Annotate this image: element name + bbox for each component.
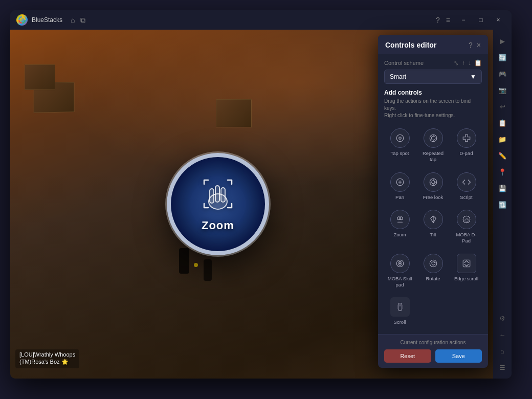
svg-point-23 (399, 262, 401, 264)
right-sidebar: ▶ 🔄 🎮 📷 ↩ 📋 📁 ✏️ 📍 💾 🔃 ⚙ ← ⌂ ☰ (493, 30, 512, 379)
svg-rect-2 (210, 189, 214, 203)
svg-rect-26 (398, 303, 402, 311)
app-logo (16, 14, 28, 26)
minimize-button[interactable]: − (456, 14, 471, 26)
window-controls: ? ≡ − □ × (436, 14, 505, 26)
scheme-icon-2[interactable]: ↑ (462, 59, 465, 66)
save-button[interactable]: Save (435, 349, 482, 363)
app-window: BlueStacks ⌂ ⧉ ? ≡ − □ × ▶ 🔄 🎮 📷 ↩ 📋 📁 ✏… (10, 10, 512, 379)
svg-point-8 (431, 136, 435, 140)
scheme-action-icons: ⤣ ↑ ↓ 📋 (454, 59, 482, 66)
add-controls-title: Add controls (384, 89, 482, 96)
control-scroll[interactable]: Scroll (384, 293, 415, 328)
sidebar-icon-3[interactable]: 🎮 (495, 66, 509, 81)
footer-buttons: Reset Save (384, 349, 482, 363)
edge-scroll-label: Edge scroll (454, 276, 478, 282)
sidebar-icon-1[interactable]: ▶ (495, 34, 509, 48)
menu-title-icon[interactable]: ≡ (446, 16, 450, 24)
add-controls-desc: Drag the actions on the screen to bind k… (384, 98, 482, 119)
svg-point-20 (463, 216, 470, 223)
game-box-2 (25, 64, 55, 90)
control-rotate[interactable]: Rotate (417, 250, 449, 292)
panel-title: Controls editor (385, 41, 436, 49)
game-box-3 (216, 99, 252, 127)
help-title-icon[interactable]: ? (436, 16, 440, 24)
control-script[interactable]: Script (451, 168, 482, 204)
sidebar-icon-9[interactable]: 📍 (495, 165, 509, 179)
sidebar-icon-10[interactable]: 💾 (495, 181, 509, 195)
sidebar-icon-15[interactable]: ☰ (495, 360, 509, 374)
control-repeated-tap[interactable]: Repeated tap (417, 124, 449, 166)
svg-point-13 (432, 181, 435, 184)
char-1 (179, 248, 189, 274)
control-dpad[interactable]: D-pad (451, 124, 482, 166)
footer-label: Current configuration actions (384, 340, 482, 345)
sidebar-icon-12[interactable]: ⚙ (495, 311, 509, 325)
control-tap-spot[interactable]: Tap spot (384, 124, 415, 166)
home-icon[interactable]: ⌂ (71, 16, 75, 25)
chat-line-1: [LOU]Wrathly Whoops (19, 351, 75, 358)
control-zoom[interactable]: Zoom (384, 206, 415, 248)
scheme-icon-1[interactable]: ⤣ (454, 59, 459, 66)
svg-point-24 (430, 260, 437, 267)
panel-header: Controls editor ? × (378, 35, 488, 54)
control-tilt[interactable]: Tilt (417, 206, 449, 248)
app-name: BlueStacks (32, 16, 62, 24)
zoom-gesture-icon (200, 176, 236, 217)
panel-body: Control scheme ⤣ ↑ ↓ 📋 Smart ▼ Add contr… (378, 54, 488, 334)
panel-help-icon[interactable]: ? (469, 41, 473, 49)
sidebar-icon-2[interactable]: 🔄 (495, 50, 509, 64)
scheme-dropdown[interactable]: Smart ▼ (384, 70, 482, 84)
sidebar-icon-6[interactable]: 📋 (495, 116, 509, 130)
chat-line-2: (TM)Rosa's Boz 🌟 (19, 359, 75, 365)
panel-footer: Current configuration actions Reset Save (378, 334, 488, 368)
svg-point-5 (396, 135, 404, 142)
panel-close-icon[interactable]: × (477, 41, 481, 49)
control-pan[interactable]: Pan (384, 168, 415, 204)
sidebar-icon-7[interactable]: 📁 (495, 132, 509, 146)
close-button[interactable]: × (491, 14, 505, 26)
char-indicator (194, 263, 198, 267)
sidebar-icon-8[interactable]: ✏️ (495, 148, 509, 163)
svg-rect-3 (215, 186, 219, 202)
title-bar: BlueStacks ⌂ ⧉ ? ≡ − □ × (10, 10, 512, 30)
sidebar-icon-13[interactable]: ← (495, 327, 509, 342)
title-bar-icons: ⌂ ⧉ (71, 16, 85, 25)
control-free-look[interactable]: Free look (417, 168, 449, 204)
scheme-icon-4[interactable]: 📋 (474, 59, 482, 66)
control-moba-dpad[interactable]: MOBA D-Pad (451, 206, 482, 248)
control-edge-scroll[interactable]: Edge scroll (451, 250, 482, 292)
copy-icon[interactable]: ⧉ (80, 16, 85, 25)
zoom-label: Zoom (202, 219, 234, 232)
svg-point-6 (398, 137, 401, 140)
char-2 (204, 259, 212, 281)
reset-button[interactable]: Reset (384, 349, 431, 363)
sidebar-icon-4[interactable]: 📷 (495, 83, 509, 97)
game-chat: [LOU]Wrathly Whoops (TM)Rosa's Boz 🌟 (15, 349, 79, 368)
sidebar-icon-5[interactable]: ↩ (495, 99, 509, 114)
sidebar-icon-14[interactable]: ⌂ (495, 344, 509, 358)
controls-panel: Controls editor ? × Control scheme ⤣ ↑ ↓… (378, 35, 488, 368)
controls-grid: Tap spot Repeated tap D-pa (384, 124, 482, 329)
sidebar-icon-11[interactable]: 🔃 (495, 197, 509, 212)
zoom-overlay: Zoom (167, 153, 269, 255)
maximize-button[interactable]: □ (474, 14, 488, 26)
scheme-label: Control scheme ⤣ ↑ ↓ 📋 (384, 59, 482, 66)
scheme-icon-3[interactable]: ↓ (468, 59, 471, 66)
svg-rect-4 (221, 188, 225, 202)
control-moba-skill-pad[interactable]: MOBA Skill pad (384, 250, 415, 292)
panel-header-icons: ? × (469, 41, 481, 49)
